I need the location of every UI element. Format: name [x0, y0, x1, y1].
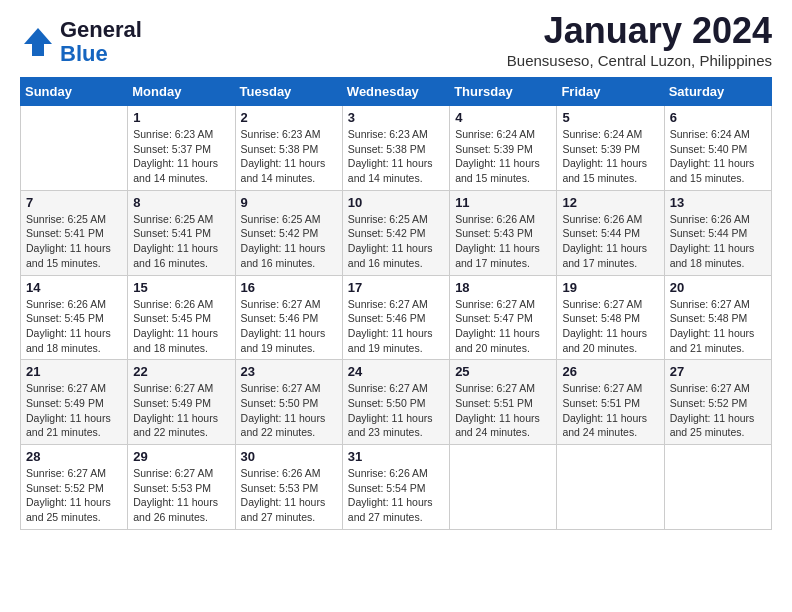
calendar-week-2: 7Sunrise: 6:25 AMSunset: 5:41 PMDaylight… [21, 190, 772, 275]
day-info: Sunrise: 6:24 AMSunset: 5:39 PMDaylight:… [562, 127, 658, 186]
day-number: 23 [241, 364, 337, 379]
day-number: 9 [241, 195, 337, 210]
day-number: 17 [348, 280, 444, 295]
page-header: General Blue January 2024 Buensuseso, Ce… [20, 10, 772, 69]
day-number: 30 [241, 449, 337, 464]
day-number: 27 [670, 364, 766, 379]
calendar-week-3: 14Sunrise: 6:26 AMSunset: 5:45 PMDayligh… [21, 275, 772, 360]
day-info: Sunrise: 6:27 AMSunset: 5:52 PMDaylight:… [670, 381, 766, 440]
day-number: 26 [562, 364, 658, 379]
calendar-cell: 21Sunrise: 6:27 AMSunset: 5:49 PMDayligh… [21, 360, 128, 445]
day-info: Sunrise: 6:27 AMSunset: 5:51 PMDaylight:… [562, 381, 658, 440]
day-info: Sunrise: 6:23 AMSunset: 5:38 PMDaylight:… [348, 127, 444, 186]
logo-text: General Blue [60, 18, 142, 66]
calendar-cell: 26Sunrise: 6:27 AMSunset: 5:51 PMDayligh… [557, 360, 664, 445]
day-number: 6 [670, 110, 766, 125]
calendar-week-4: 21Sunrise: 6:27 AMSunset: 5:49 PMDayligh… [21, 360, 772, 445]
month-title: January 2024 [507, 10, 772, 52]
calendar-cell: 18Sunrise: 6:27 AMSunset: 5:47 PMDayligh… [450, 275, 557, 360]
day-info: Sunrise: 6:23 AMSunset: 5:37 PMDaylight:… [133, 127, 229, 186]
day-number: 22 [133, 364, 229, 379]
day-info: Sunrise: 6:25 AMSunset: 5:41 PMDaylight:… [133, 212, 229, 271]
header-day-thursday: Thursday [450, 78, 557, 106]
calendar-cell: 9Sunrise: 6:25 AMSunset: 5:42 PMDaylight… [235, 190, 342, 275]
day-info: Sunrise: 6:27 AMSunset: 5:46 PMDaylight:… [241, 297, 337, 356]
day-number: 4 [455, 110, 551, 125]
day-number: 1 [133, 110, 229, 125]
day-info: Sunrise: 6:27 AMSunset: 5:47 PMDaylight:… [455, 297, 551, 356]
day-info: Sunrise: 6:27 AMSunset: 5:48 PMDaylight:… [562, 297, 658, 356]
calendar-table: SundayMondayTuesdayWednesdayThursdayFrid… [20, 77, 772, 530]
day-number: 24 [348, 364, 444, 379]
header-day-saturday: Saturday [664, 78, 771, 106]
day-info: Sunrise: 6:25 AMSunset: 5:42 PMDaylight:… [348, 212, 444, 271]
location-subtitle: Buensuseso, Central Luzon, Philippines [507, 52, 772, 69]
calendar-cell [557, 445, 664, 530]
day-number: 13 [670, 195, 766, 210]
calendar-cell: 6Sunrise: 6:24 AMSunset: 5:40 PMDaylight… [664, 106, 771, 191]
calendar-cell: 17Sunrise: 6:27 AMSunset: 5:46 PMDayligh… [342, 275, 449, 360]
day-number: 5 [562, 110, 658, 125]
title-section: January 2024 Buensuseso, Central Luzon, … [507, 10, 772, 69]
day-number: 12 [562, 195, 658, 210]
day-info: Sunrise: 6:25 AMSunset: 5:42 PMDaylight:… [241, 212, 337, 271]
calendar-cell: 23Sunrise: 6:27 AMSunset: 5:50 PMDayligh… [235, 360, 342, 445]
header-day-monday: Monday [128, 78, 235, 106]
day-number: 29 [133, 449, 229, 464]
logo: General Blue [20, 18, 142, 66]
calendar-cell [21, 106, 128, 191]
calendar-cell: 28Sunrise: 6:27 AMSunset: 5:52 PMDayligh… [21, 445, 128, 530]
calendar-cell: 10Sunrise: 6:25 AMSunset: 5:42 PMDayligh… [342, 190, 449, 275]
day-info: Sunrise: 6:24 AMSunset: 5:40 PMDaylight:… [670, 127, 766, 186]
calendar-cell: 3Sunrise: 6:23 AMSunset: 5:38 PMDaylight… [342, 106, 449, 191]
logo-blue: Blue [60, 42, 142, 66]
header-day-sunday: Sunday [21, 78, 128, 106]
calendar-cell: 30Sunrise: 6:26 AMSunset: 5:53 PMDayligh… [235, 445, 342, 530]
day-info: Sunrise: 6:27 AMSunset: 5:49 PMDaylight:… [26, 381, 122, 440]
calendar-cell [450, 445, 557, 530]
calendar-cell: 31Sunrise: 6:26 AMSunset: 5:54 PMDayligh… [342, 445, 449, 530]
day-info: Sunrise: 6:24 AMSunset: 5:39 PMDaylight:… [455, 127, 551, 186]
day-number: 21 [26, 364, 122, 379]
calendar-cell: 29Sunrise: 6:27 AMSunset: 5:53 PMDayligh… [128, 445, 235, 530]
header-day-friday: Friday [557, 78, 664, 106]
calendar-cell: 4Sunrise: 6:24 AMSunset: 5:39 PMDaylight… [450, 106, 557, 191]
calendar-cell: 24Sunrise: 6:27 AMSunset: 5:50 PMDayligh… [342, 360, 449, 445]
day-info: Sunrise: 6:23 AMSunset: 5:38 PMDaylight:… [241, 127, 337, 186]
calendar-cell: 22Sunrise: 6:27 AMSunset: 5:49 PMDayligh… [128, 360, 235, 445]
day-info: Sunrise: 6:27 AMSunset: 5:49 PMDaylight:… [133, 381, 229, 440]
day-info: Sunrise: 6:26 AMSunset: 5:54 PMDaylight:… [348, 466, 444, 525]
day-number: 8 [133, 195, 229, 210]
calendar-cell: 2Sunrise: 6:23 AMSunset: 5:38 PMDaylight… [235, 106, 342, 191]
day-info: Sunrise: 6:26 AMSunset: 5:53 PMDaylight:… [241, 466, 337, 525]
calendar-cell: 5Sunrise: 6:24 AMSunset: 5:39 PMDaylight… [557, 106, 664, 191]
header-day-tuesday: Tuesday [235, 78, 342, 106]
calendar-week-5: 28Sunrise: 6:27 AMSunset: 5:52 PMDayligh… [21, 445, 772, 530]
calendar-cell [664, 445, 771, 530]
calendar-week-1: 1Sunrise: 6:23 AMSunset: 5:37 PMDaylight… [21, 106, 772, 191]
calendar-cell: 14Sunrise: 6:26 AMSunset: 5:45 PMDayligh… [21, 275, 128, 360]
calendar-cell: 15Sunrise: 6:26 AMSunset: 5:45 PMDayligh… [128, 275, 235, 360]
day-info: Sunrise: 6:27 AMSunset: 5:46 PMDaylight:… [348, 297, 444, 356]
day-number: 2 [241, 110, 337, 125]
calendar-cell: 1Sunrise: 6:23 AMSunset: 5:37 PMDaylight… [128, 106, 235, 191]
day-info: Sunrise: 6:26 AMSunset: 5:44 PMDaylight:… [670, 212, 766, 271]
day-number: 7 [26, 195, 122, 210]
day-info: Sunrise: 6:26 AMSunset: 5:44 PMDaylight:… [562, 212, 658, 271]
logo-general: General [60, 18, 142, 42]
calendar-cell: 27Sunrise: 6:27 AMSunset: 5:52 PMDayligh… [664, 360, 771, 445]
calendar-header-row: SundayMondayTuesdayWednesdayThursdayFrid… [21, 78, 772, 106]
day-number: 15 [133, 280, 229, 295]
calendar-cell: 25Sunrise: 6:27 AMSunset: 5:51 PMDayligh… [450, 360, 557, 445]
day-number: 19 [562, 280, 658, 295]
day-info: Sunrise: 6:26 AMSunset: 5:43 PMDaylight:… [455, 212, 551, 271]
day-info: Sunrise: 6:27 AMSunset: 5:51 PMDaylight:… [455, 381, 551, 440]
day-number: 18 [455, 280, 551, 295]
calendar-cell: 7Sunrise: 6:25 AMSunset: 5:41 PMDaylight… [21, 190, 128, 275]
calendar-cell: 13Sunrise: 6:26 AMSunset: 5:44 PMDayligh… [664, 190, 771, 275]
calendar-cell: 8Sunrise: 6:25 AMSunset: 5:41 PMDaylight… [128, 190, 235, 275]
day-info: Sunrise: 6:27 AMSunset: 5:52 PMDaylight:… [26, 466, 122, 525]
calendar-cell: 20Sunrise: 6:27 AMSunset: 5:48 PMDayligh… [664, 275, 771, 360]
day-info: Sunrise: 6:26 AMSunset: 5:45 PMDaylight:… [26, 297, 122, 356]
day-number: 3 [348, 110, 444, 125]
